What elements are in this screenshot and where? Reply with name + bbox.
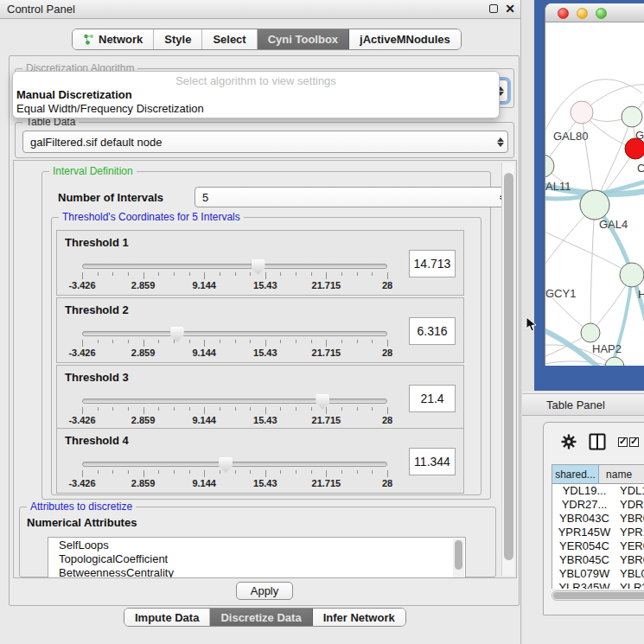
table-row[interactable]: YLR345W YLR3 bbox=[552, 581, 644, 589]
list-item[interactable]: TopologicalCoefficient bbox=[48, 552, 465, 565]
tab-select-label: Select bbox=[213, 33, 245, 46]
threshold-4-label: Threshold 4 bbox=[65, 434, 129, 447]
slider-scale: -3.426 2.859 9.144 15.43 21.715 28 bbox=[82, 415, 387, 425]
node-label: GAL80 bbox=[553, 130, 588, 143]
apply-button[interactable]: Apply bbox=[236, 582, 293, 600]
network-node-h[interactable] bbox=[620, 263, 644, 287]
settings-scroll-area: Interval Definition Number of Intervals … bbox=[13, 160, 517, 578]
table-row[interactable]: YPR145W YPR1 bbox=[552, 526, 644, 539]
threshold-3-value-field[interactable]: 21.4 bbox=[409, 385, 456, 412]
control-panel-window: Control Panel ✕ Network Style Select Cyn… bbox=[0, 0, 521, 644]
tab-jactivemnodules[interactable]: jActiveMNodules bbox=[349, 29, 461, 49]
node-label: HAP2 bbox=[592, 342, 622, 355]
network-view-window: GAL80GACGAL11GAL4GCY1HHAP2 bbox=[545, 3, 644, 366]
threshold-4-value-field[interactable]: 11.344 bbox=[409, 448, 456, 475]
algorithm-option-manual[interactable]: Manual Discretization bbox=[13, 87, 499, 101]
table-row[interactable]: YBR043C YBR0 bbox=[552, 512, 644, 526]
table-header-row: shared... name bbox=[552, 465, 644, 484]
slider-scale: -3.426 2.859 9.144 15.43 21.715 28 bbox=[82, 478, 387, 488]
node-label: C bbox=[637, 162, 644, 175]
tab-infer-network[interactable]: Infer Network bbox=[313, 609, 405, 626]
network-node-gal80[interactable] bbox=[571, 101, 593, 124]
network-window-titlebar[interactable] bbox=[545, 3, 644, 22]
table-panel-titlebar: Table Panel bbox=[522, 393, 644, 416]
list-item[interactable]: BetweennessCentrality bbox=[48, 565, 465, 578]
threshold-4-box: Threshold 4 -3.426 2.859 9.144 15.43 21.… bbox=[56, 428, 464, 494]
table-row[interactable]: YER054C YER0 bbox=[552, 539, 644, 553]
attributes-list-scrollbar[interactable] bbox=[453, 539, 464, 578]
network-node-gal4[interactable] bbox=[580, 190, 609, 220]
settings-scrollbar[interactable] bbox=[501, 163, 514, 576]
slider-ticks bbox=[82, 340, 387, 348]
network-view-frame: GAL80GACGAL11GAL4GCY1HHAP2 bbox=[534, 0, 644, 391]
close-traffic-light-icon[interactable] bbox=[558, 8, 569, 19]
threshold-3-slider[interactable] bbox=[82, 399, 387, 404]
table-row[interactable]: YBL079W YBL0 bbox=[552, 567, 644, 581]
minimize-traffic-light-icon[interactable] bbox=[577, 8, 588, 19]
float-window-icon[interactable] bbox=[489, 4, 498, 13]
table-data-group: Table Data galFiltered.sif default node bbox=[15, 122, 514, 158]
network-nodes[interactable]: GAL80GACGAL11GAL4GCY1HHAP2 bbox=[545, 101, 644, 366]
gear-icon[interactable] bbox=[561, 434, 577, 450]
slider-scale: -3.426 2.859 9.144 15.43 21.715 28 bbox=[82, 280, 387, 290]
num-intervals-label: Number of Intervals bbox=[58, 191, 163, 204]
table-panel-title: Table Panel bbox=[522, 399, 605, 411]
network-canvas[interactable]: GAL80GACGAL11GAL4GCY1HHAP2 bbox=[545, 22, 644, 366]
tab-network[interactable]: Network bbox=[73, 29, 154, 49]
table-horizontal-scrollbar[interactable] bbox=[552, 590, 644, 601]
table-panel-body: shared... name YDL19... YDL1 YDR27... YD… bbox=[543, 422, 644, 615]
thresholds-group: Threshold's Coordinates for 5 Intervals … bbox=[51, 217, 481, 495]
numerical-attributes-list[interactable]: SelfLoops TopologicalCoefficient Between… bbox=[48, 537, 466, 578]
threshold-2-box: Threshold 2 -3.426 2.859 9.144 15.43 21.… bbox=[56, 297, 464, 363]
slider-ticks bbox=[82, 407, 387, 415]
network-node[interactable] bbox=[605, 357, 624, 366]
algorithm-popup-hint: Select algorithm to view settings bbox=[13, 72, 499, 87]
algorithm-option-equal-width[interactable]: Equal Width/Frequency Discretization bbox=[13, 101, 499, 115]
split-columns-icon[interactable] bbox=[589, 433, 606, 450]
tab-cyni-toolbox[interactable]: Cyni Toolbox bbox=[258, 29, 349, 49]
list-item[interactable]: SelfLoops bbox=[48, 538, 465, 552]
tab-impute-data[interactable]: Impute Data bbox=[124, 609, 210, 626]
network-node-c[interactable] bbox=[625, 138, 644, 159]
node-label: GCY1 bbox=[545, 287, 576, 300]
column-header-shared-name[interactable]: shared... bbox=[552, 465, 599, 484]
tab-discretize-data[interactable]: Discretize Data bbox=[210, 609, 312, 626]
attributes-group-title: Attributes to discretize bbox=[27, 501, 136, 513]
table-row[interactable]: YDL19... YDL1 bbox=[552, 484, 644, 498]
table-scrollbar-thumb[interactable] bbox=[553, 592, 644, 599]
threshold-2-slider[interactable] bbox=[82, 331, 387, 336]
table-data-value: galFiltered.sif default node bbox=[23, 136, 494, 149]
threshold-1-slider[interactable] bbox=[82, 264, 387, 269]
control-panel-title: Control Panel bbox=[0, 3, 75, 16]
table-data-combobox[interactable]: galFiltered.sif default node bbox=[22, 131, 508, 153]
column-header-name[interactable]: name bbox=[599, 465, 644, 484]
bottom-tab-bar: Impute Data Discretize Data Infer Networ… bbox=[124, 608, 406, 627]
node-label: GAL11 bbox=[545, 180, 571, 193]
tab-cyni-toolbox-label: Cyni Toolbox bbox=[268, 33, 338, 46]
network-icon bbox=[83, 34, 94, 45]
threshold-4-slider[interactable] bbox=[82, 462, 387, 467]
algorithm-dropdown-popup: Select algorithm to view settings Manual… bbox=[12, 71, 500, 118]
mouse-cursor bbox=[526, 316, 538, 332]
slider-scale: -3.426 2.859 9.144 15.43 21.715 28 bbox=[82, 348, 387, 358]
threshold-2-value-field[interactable]: 6.316 bbox=[409, 317, 456, 345]
combo-arrows-icon bbox=[494, 137, 507, 147]
num-intervals-combobox[interactable]: 5 bbox=[194, 187, 511, 207]
table-row[interactable]: YBR045C YBR0 bbox=[552, 553, 644, 567]
threshold-3-box: Threshold 3 -3.426 2.859 9.144 15.43 21.… bbox=[56, 365, 464, 430]
tab-select[interactable]: Select bbox=[202, 29, 257, 49]
checkbox-icon[interactable] bbox=[629, 437, 639, 447]
zoom-traffic-light-icon[interactable] bbox=[596, 8, 607, 19]
network-node-ga[interactable] bbox=[622, 106, 642, 127]
threshold-1-label: Threshold 1 bbox=[65, 236, 129, 249]
node-table[interactable]: shared... name YDL19... YDL1 YDR27... YD… bbox=[552, 464, 644, 589]
interval-definition-title: Interval Definition bbox=[49, 165, 137, 177]
table-row[interactable]: YDR27... YDR2 bbox=[552, 498, 644, 512]
checkbox-icon[interactable] bbox=[618, 437, 628, 447]
settings-scrollbar-thumb[interactable] bbox=[504, 173, 513, 560]
tab-style[interactable]: Style bbox=[154, 29, 202, 49]
network-node-hap2[interactable] bbox=[581, 323, 600, 342]
close-icon[interactable]: ✕ bbox=[505, 3, 515, 15]
threshold-1-value-field[interactable]: 14.713 bbox=[409, 250, 456, 277]
tab-jactivemnodules-label: jActiveMNodules bbox=[360, 33, 450, 46]
